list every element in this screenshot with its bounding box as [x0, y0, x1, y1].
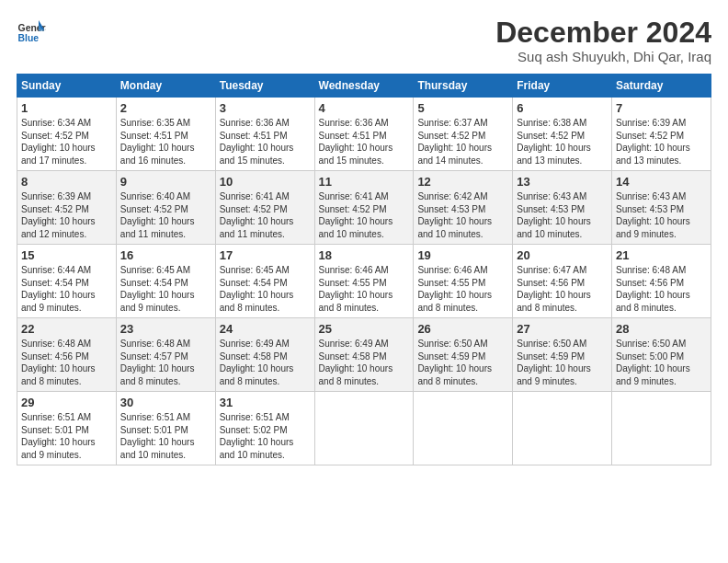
day-number: 17 [220, 248, 311, 262]
table-row [414, 392, 513, 465]
calendar-table: Sunday Monday Tuesday Wednesday Thursday… [17, 74, 711, 465]
day-number: 24 [220, 322, 311, 336]
month-title: December 2024 [495, 17, 711, 49]
table-row: 23Sunrise: 6:48 AMSunset: 4:57 PMDayligh… [116, 318, 215, 392]
day-info: Sunrise: 6:41 AMSunset: 4:52 PMDaylight:… [220, 191, 294, 239]
day-number: 8 [21, 175, 112, 189]
table-row: 17Sunrise: 6:45 AMSunset: 4:54 PMDayligh… [215, 245, 314, 318]
calendar-week-5: 29Sunrise: 6:51 AMSunset: 5:01 PMDayligh… [17, 392, 711, 465]
table-row: 30Sunrise: 6:51 AMSunset: 5:01 PMDayligh… [116, 392, 215, 465]
table-row: 10Sunrise: 6:41 AMSunset: 4:52 PMDayligh… [215, 171, 314, 245]
day-number: 3 [220, 101, 311, 115]
table-row: 27Sunrise: 6:50 AMSunset: 4:59 PMDayligh… [513, 318, 612, 392]
table-row [612, 392, 711, 465]
day-number: 21 [616, 248, 707, 262]
table-row: 31Sunrise: 6:51 AMSunset: 5:02 PMDayligh… [215, 392, 314, 465]
table-row: 28Sunrise: 6:50 AMSunset: 5:00 PMDayligh… [612, 318, 711, 392]
table-row: 2Sunrise: 6:35 AMSunset: 4:51 PMDaylight… [116, 98, 215, 171]
location-title: Suq ash Shuyukh, Dhi Qar, Iraq [495, 49, 711, 64]
day-number: 6 [517, 101, 608, 115]
day-info: Sunrise: 6:39 AMSunset: 4:52 PMDaylight:… [21, 191, 96, 239]
day-number: 13 [517, 175, 608, 189]
day-number: 5 [417, 101, 508, 115]
header: General Blue December 2024 Suq ash Shuyu… [17, 17, 711, 64]
table-row: 6Sunrise: 6:38 AMSunset: 4:52 PMDaylight… [513, 98, 612, 171]
day-info: Sunrise: 6:50 AMSunset: 5:00 PMDaylight:… [616, 339, 690, 386]
day-info: Sunrise: 6:50 AMSunset: 4:59 PMDaylight:… [417, 339, 492, 386]
day-number: 31 [220, 396, 311, 409]
day-info: Sunrise: 6:49 AMSunset: 4:58 PMDaylight:… [319, 339, 393, 386]
day-number: 4 [319, 101, 410, 115]
calendar-week-2: 8Sunrise: 6:39 AMSunset: 4:52 PMDaylight… [17, 171, 711, 245]
day-info: Sunrise: 6:35 AMSunset: 4:51 PMDaylight:… [120, 118, 195, 166]
day-info: Sunrise: 6:43 AMSunset: 4:53 PMDaylight:… [517, 191, 591, 239]
header-row: Sunday Monday Tuesday Wednesday Thursday… [17, 75, 711, 98]
day-info: Sunrise: 6:51 AMSunset: 5:01 PMDaylight:… [120, 412, 195, 460]
svg-text:Blue: Blue [18, 33, 40, 43]
day-number: 19 [417, 248, 508, 262]
day-info: Sunrise: 6:50 AMSunset: 4:59 PMDaylight:… [517, 339, 591, 386]
day-info: Sunrise: 6:34 AMSunset: 4:52 PMDaylight:… [21, 118, 96, 166]
day-info: Sunrise: 6:44 AMSunset: 4:54 PMDaylight:… [21, 265, 96, 313]
table-row: 18Sunrise: 6:46 AMSunset: 4:55 PMDayligh… [314, 245, 414, 318]
day-number: 10 [220, 175, 311, 189]
day-info: Sunrise: 6:38 AMSunset: 4:52 PMDaylight:… [517, 118, 591, 166]
day-number: 16 [120, 248, 211, 262]
day-info: Sunrise: 6:43 AMSunset: 4:53 PMDaylight:… [616, 191, 690, 239]
table-row: 20Sunrise: 6:47 AMSunset: 4:56 PMDayligh… [513, 245, 612, 318]
calendar-week-1: 1Sunrise: 6:34 AMSunset: 4:52 PMDaylight… [17, 98, 711, 171]
day-info: Sunrise: 6:37 AMSunset: 4:52 PMDaylight:… [417, 118, 492, 166]
logo: General Blue [17, 17, 46, 46]
day-info: Sunrise: 6:51 AMSunset: 5:01 PMDaylight:… [21, 412, 96, 460]
day-info: Sunrise: 6:36 AMSunset: 4:51 PMDaylight:… [319, 118, 393, 166]
table-row: 19Sunrise: 6:46 AMSunset: 4:55 PMDayligh… [414, 245, 513, 318]
day-number: 28 [616, 322, 707, 336]
day-info: Sunrise: 6:39 AMSunset: 4:52 PMDaylight:… [616, 118, 690, 166]
calendar-week-3: 15Sunrise: 6:44 AMSunset: 4:54 PMDayligh… [17, 245, 711, 318]
day-number: 20 [517, 248, 608, 262]
col-sunday: Sunday [17, 75, 117, 98]
day-info: Sunrise: 6:46 AMSunset: 4:55 PMDaylight:… [417, 265, 492, 313]
day-number: 25 [319, 322, 410, 336]
day-number: 14 [616, 175, 707, 189]
table-row: 1Sunrise: 6:34 AMSunset: 4:52 PMDaylight… [17, 98, 117, 171]
table-row: 9Sunrise: 6:40 AMSunset: 4:52 PMDaylight… [116, 171, 215, 245]
day-info: Sunrise: 6:48 AMSunset: 4:56 PMDaylight:… [616, 265, 690, 313]
day-info: Sunrise: 6:47 AMSunset: 4:56 PMDaylight:… [517, 265, 591, 313]
day-number: 9 [120, 175, 211, 189]
table-row: 25Sunrise: 6:49 AMSunset: 4:58 PMDayligh… [314, 318, 414, 392]
day-info: Sunrise: 6:48 AMSunset: 4:57 PMDaylight:… [120, 339, 195, 386]
logo-icon: General Blue [17, 17, 46, 46]
table-row [314, 392, 414, 465]
title-area: December 2024 Suq ash Shuyukh, Dhi Qar, … [495, 17, 711, 64]
table-row [513, 392, 612, 465]
table-row: 7Sunrise: 6:39 AMSunset: 4:52 PMDaylight… [612, 98, 711, 171]
calendar-week-4: 22Sunrise: 6:48 AMSunset: 4:56 PMDayligh… [17, 318, 711, 392]
table-row: 8Sunrise: 6:39 AMSunset: 4:52 PMDaylight… [17, 171, 117, 245]
day-info: Sunrise: 6:36 AMSunset: 4:51 PMDaylight:… [220, 118, 294, 166]
day-number: 7 [616, 101, 707, 115]
col-saturday: Saturday [612, 75, 711, 98]
table-row: 14Sunrise: 6:43 AMSunset: 4:53 PMDayligh… [612, 171, 711, 245]
table-row: 15Sunrise: 6:44 AMSunset: 4:54 PMDayligh… [17, 245, 117, 318]
col-friday: Friday [513, 75, 612, 98]
table-row: 12Sunrise: 6:42 AMSunset: 4:53 PMDayligh… [414, 171, 513, 245]
day-info: Sunrise: 6:51 AMSunset: 5:02 PMDaylight:… [220, 412, 294, 460]
day-info: Sunrise: 6:42 AMSunset: 4:53 PMDaylight:… [417, 191, 492, 239]
col-tuesday: Tuesday [215, 75, 314, 98]
day-number: 15 [21, 248, 112, 262]
table-row: 11Sunrise: 6:41 AMSunset: 4:52 PMDayligh… [314, 171, 414, 245]
day-number: 11 [319, 175, 410, 189]
table-row: 24Sunrise: 6:49 AMSunset: 4:58 PMDayligh… [215, 318, 314, 392]
day-info: Sunrise: 6:49 AMSunset: 4:58 PMDaylight:… [220, 339, 294, 386]
page: General Blue December 2024 Suq ash Shuyu… [0, 0, 728, 475]
table-row: 3Sunrise: 6:36 AMSunset: 4:51 PMDaylight… [215, 98, 314, 171]
col-monday: Monday [116, 75, 215, 98]
table-row: 26Sunrise: 6:50 AMSunset: 4:59 PMDayligh… [414, 318, 513, 392]
day-info: Sunrise: 6:45 AMSunset: 4:54 PMDaylight:… [220, 265, 294, 313]
day-info: Sunrise: 6:40 AMSunset: 4:52 PMDaylight:… [120, 191, 195, 239]
day-number: 1 [21, 101, 112, 115]
day-info: Sunrise: 6:45 AMSunset: 4:54 PMDaylight:… [120, 265, 195, 313]
table-row: 5Sunrise: 6:37 AMSunset: 4:52 PMDaylight… [414, 98, 513, 171]
col-wednesday: Wednesday [314, 75, 414, 98]
